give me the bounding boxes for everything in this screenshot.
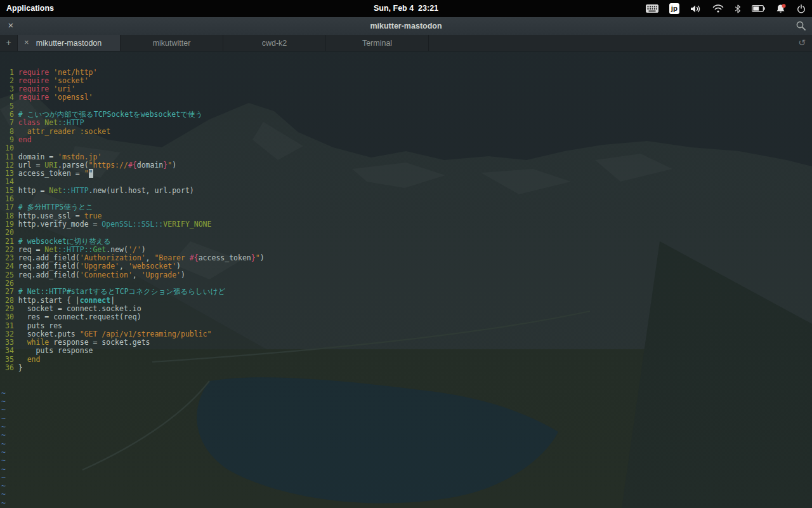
code-line: 13 access_token = "" [0,170,812,178]
code-line: 18 http.use_ssl = true [0,212,812,220]
tilde: ~ [0,448,812,457]
top-bar: Applications Sun, Feb 4 23:21 jp [0,0,812,17]
tab-mikutter-mastodon[interactable]: ×mikutter-mastodon [18,35,121,51]
line-number: 7 [5,118,18,127]
code-line: 4 require 'openssl' [0,93,812,102]
line-number: 13 [5,169,18,178]
line-number: 28 [5,296,18,305]
window-title: mikutter-mastodon [0,17,812,35]
input-method-badge[interactable]: jp [669,3,679,14]
code-line: 24 req.add_field('Upgrade', 'websocket') [0,262,812,271]
tab-Terminal[interactable]: Terminal [326,35,429,51]
terminal-tab-bar: + ×mikutter-mastodonmikutwittercwd-k2Ter… [0,35,812,51]
tab-mikutwitter[interactable]: mikutwitter [121,35,223,51]
line-number: 1 [5,68,18,77]
notifications-icon[interactable] [776,4,786,13]
wifi-icon[interactable] [712,4,724,13]
line-number: 2 [5,76,18,85]
line-number: 23 [5,253,18,262]
line-number: 27 [5,287,18,296]
line-number: 21 [5,237,18,246]
code-line: 14 [0,178,812,186]
code-line: 23 req.add_field('Authorization', "Beare… [0,254,812,262]
line-number: 19 [5,220,18,229]
line-number: 30 [5,312,18,321]
keyboard-icon[interactable] [646,4,658,13]
tab-cwd-k2[interactable]: cwd-k2 [223,35,326,51]
tilde: ~ [0,499,812,507]
line-number: 17 [5,203,18,211]
code-line: 26 [0,279,812,288]
editor-lines: 1 require 'net/http' 2 require 'socket' … [0,69,812,373]
battery-icon[interactable] [752,5,765,12]
line-number: 12 [5,161,18,170]
line-number: 4 [5,93,18,102]
code-line: 27 # Net::HTTP#startするとTCPコネクション張るらしいけど [0,288,812,296]
code-line: 8 attr_reader :socket [0,128,812,136]
code-line: 22 req = Net::HTTP::Get.new('/') [0,246,812,254]
line-number: 15 [5,186,18,195]
code-line: 7 class Net::HTTP [0,119,812,127]
power-icon[interactable] [797,4,806,13]
code-line: 17 # 多分HTTPS使うとこ [0,203,812,211]
history-icon[interactable]: ↺ [792,35,812,51]
code-line: 5 [0,102,812,110]
code-line: 36 } [0,364,812,372]
code-line: 32 socket.puts "GET /api/v1/streaming/pu… [0,330,812,338]
terminal-screen[interactable]: 1 require 'net/http' 2 require 'socket' … [0,51,812,508]
line-number: 26 [5,279,18,288]
code-line: 30 res = connect.request(req) [0,313,812,321]
line-number: 9 [5,135,18,144]
line-number: 20 [5,228,18,237]
tilde: ~ [0,457,812,465]
line-number: 18 [5,211,18,220]
code-line: 15 http = Net::HTTP.new(url.host, url.po… [0,187,812,195]
code-line: 3 require 'uri' [0,85,812,93]
tilde: ~ [0,440,812,448]
code-line: 31 puts res [0,322,812,330]
code-line: 33 while response = socket.gets [0,338,812,347]
code-line: 34 puts response [0,347,812,355]
line-number: 31 [5,321,18,330]
line-number: 5 [5,102,18,110]
tilde: ~ [0,482,812,490]
bluetooth-icon[interactable] [735,4,741,13]
line-number: 32 [5,330,18,338]
code-line: 28 http.start { |connect| [0,297,812,305]
new-tab-button[interactable]: + [0,35,18,51]
tilde: ~ [0,490,812,498]
tilde: ~ [0,465,812,474]
code-line: 25 req.add_field('Connection', 'Upgrade'… [0,271,812,279]
code-line: 12 url = URI.parse("https://#{domain}") [0,161,812,170]
code-line: 11 domain = 'mstdn.jp' [0,153,812,161]
volume-icon[interactable] [690,4,702,13]
tilde: ~ [0,398,812,406]
code-line: 20 [0,229,812,237]
tilde: ~ [0,415,812,423]
code-line: 10 [0,144,812,152]
tab-label: mikutwitter [153,39,191,48]
tab-close-icon[interactable]: × [24,35,29,50]
tab-label: Terminal [362,39,392,48]
window-titlebar: × mikutter-mastodon [0,17,812,36]
cursor: " [89,169,93,178]
code-line: 16 [0,195,812,203]
line-number: 33 [5,338,18,347]
line-number: 3 [5,84,18,93]
line-number: 24 [5,262,18,271]
line-number: 34 [5,346,18,355]
vim-editor: 1 require 'net/http' 2 require 'socket' … [0,51,812,508]
tilde: ~ [0,406,812,414]
tab-label: mikutter-mastodon [36,39,102,48]
line-number: 36 [5,363,18,372]
search-icon[interactable] [796,20,807,32]
tilde: ~ [0,474,812,482]
line-number: 29 [5,304,18,313]
system-tray: jp [646,0,806,17]
window-close-button[interactable]: × [5,17,16,35]
line-number: 22 [5,245,18,254]
code-line: 21 # websocketに切り替える [0,237,812,246]
tab-label: cwd-k2 [262,39,287,48]
code-line: 9 end [0,136,812,144]
empty-buffer-tildes: ~~~~~~~~~~~~~~~ [0,389,812,508]
